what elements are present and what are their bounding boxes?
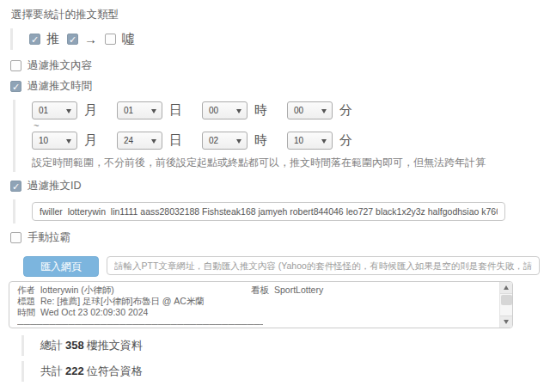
hour-unit-label: 時 — [254, 132, 267, 149]
time-label: 時間 — [17, 307, 35, 317]
title-value: Re: [推薦] 足球[小律師]布魯日 @ AC米蘭 — [40, 296, 205, 306]
time-start-row: 01 月 01 日 00 時 00 分 — [32, 101, 540, 119]
minute-unit-label: 分 — [339, 102, 352, 119]
start-month-value: 01 — [39, 106, 48, 115]
scroll-down-icon — [504, 320, 509, 324]
filter-time-row: 過濾推文時間 — [10, 79, 540, 94]
import-row: 匯入網頁 — [23, 256, 540, 277]
start-hour-value: 00 — [209, 106, 218, 115]
end-day-select[interactable]: 24 — [117, 132, 162, 150]
end-month-value: 10 — [39, 136, 48, 145]
start-month-select[interactable]: 01 — [32, 101, 77, 119]
manual-slot-label: 手動拉霸 — [28, 230, 70, 245]
month-unit-label: 月 — [84, 102, 97, 119]
ptt-url-input[interactable] — [107, 256, 540, 275]
time-end-row: 10 月 24 日 02 時 10 分 — [32, 132, 540, 150]
time-range-note: 設定時間範圍，不分前後，前後設定起點或終點都可以，推文時間落在範圍內即可，但無法… — [32, 156, 540, 170]
start-day-select[interactable]: 01 — [117, 101, 162, 119]
total-suffix: 樓推文資料 — [87, 339, 143, 352]
boo-label: 噓 — [122, 31, 135, 47]
push-type-options: 推 → 噓 — [10, 28, 540, 50]
title-label: 標題 — [17, 296, 35, 306]
article-time-line: 時間Wed Oct 23 02:09:30 2024 — [17, 307, 499, 318]
author-value: lotterywin (小律師) — [40, 285, 114, 295]
hour-unit-label: 時 — [254, 102, 267, 119]
boo-option: 噓 — [105, 31, 135, 47]
time-range-block: 01 月 01 日 00 時 00 分 ~ 10 月 24 — [13, 100, 540, 172]
filter-content-checkbox[interactable] — [10, 60, 21, 71]
filter-time-checkbox[interactable] — [10, 81, 21, 92]
push-option: 推 — [29, 31, 59, 47]
manual-slot-checkbox[interactable] — [10, 232, 21, 243]
filter-id-row: 過濾推文ID — [10, 179, 540, 193]
stats-section: 總計358樓推文資料 共計222位符合資格 — [10, 335, 540, 382]
arrow-option: → — [67, 32, 97, 46]
scroll-down-button[interactable] — [500, 315, 513, 328]
arrow-label: → — [84, 32, 97, 46]
filter-id-checkbox[interactable] — [10, 181, 21, 192]
article-header-line: 作者lotterywin (小律師) 看板SportLottery — [17, 285, 499, 296]
push-type-title: 選擇要統計的推文類型 — [11, 8, 540, 22]
board-value: SportLottery — [274, 285, 323, 295]
end-minute-select[interactable]: 10 — [287, 132, 333, 150]
qualified-label: 共計 — [40, 364, 63, 377]
boo-checkbox[interactable] — [105, 34, 116, 45]
article-textarea[interactable]: 作者lotterywin (小律師) 看板SportLottery 標題Re: … — [9, 281, 513, 328]
start-minute-select[interactable]: 00 — [287, 101, 333, 119]
push-checkbox[interactable] — [29, 34, 40, 45]
ptt-lottery-tool-page: 選擇要統計的推文類型 推 → 噓 過濾推文內容 過濾推文時間 01 月 01 — [0, 0, 550, 392]
manual-slot-row: 手動拉霸 — [10, 230, 540, 245]
time-value: Wed Oct 23 02:09:30 2024 — [40, 307, 148, 317]
import-webpage-button[interactable]: 匯入網頁 — [23, 256, 99, 277]
article-divider: ────────────────────────────────────────… — [17, 320, 263, 328]
scroll-up-button[interactable] — [500, 282, 513, 294]
textarea-scrollbar[interactable] — [499, 282, 512, 328]
id-filter-block — [13, 199, 540, 224]
board-group: 看板SportLottery — [251, 285, 323, 296]
qualified-stat: 共計222位符合資格 — [21, 361, 540, 382]
end-day-value: 24 — [124, 136, 133, 145]
article-content: 作者lotterywin (小律師) 看板SportLottery 標題Re: … — [9, 282, 499, 328]
day-unit-label: 日 — [169, 102, 182, 119]
end-month-select[interactable]: 10 — [32, 132, 77, 150]
month-unit-label: 月 — [84, 132, 97, 149]
board-label: 看板 — [251, 285, 269, 295]
article-title-line: 標題Re: [推薦] 足球[小律師]布魯日 @ AC米蘭 — [17, 296, 499, 307]
total-label: 總計 — [40, 339, 63, 352]
qualified-suffix: 位符合資格 — [87, 364, 143, 377]
end-hour-value: 02 — [209, 136, 218, 145]
end-hour-select[interactable]: 02 — [202, 132, 248, 150]
qualified-value: 222 — [65, 364, 84, 377]
scroll-up-icon — [504, 285, 509, 290]
start-minute-value: 00 — [294, 106, 303, 115]
id-filter-input[interactable] — [32, 202, 505, 221]
filter-time-label: 過濾推文時間 — [28, 79, 92, 94]
day-unit-label: 日 — [169, 132, 182, 149]
total-comments-stat: 總計358樓推文資料 — [21, 335, 540, 356]
filter-content-label: 過濾推文內容 — [28, 58, 92, 73]
push-label: 推 — [46, 31, 59, 47]
minute-unit-label: 分 — [339, 132, 352, 149]
author-label: 作者 — [17, 285, 35, 295]
end-minute-value: 10 — [294, 136, 303, 145]
filter-id-label: 過濾推文ID — [28, 179, 82, 193]
total-value: 358 — [65, 339, 84, 352]
start-day-value: 01 — [124, 106, 133, 115]
range-tilde: ~ — [34, 121, 540, 130]
start-hour-select[interactable]: 00 — [202, 101, 248, 119]
scrollbar-thumb[interactable] — [501, 295, 512, 305]
filter-content-row: 過濾推文內容 — [10, 58, 540, 73]
arrow-checkbox[interactable] — [67, 34, 78, 45]
